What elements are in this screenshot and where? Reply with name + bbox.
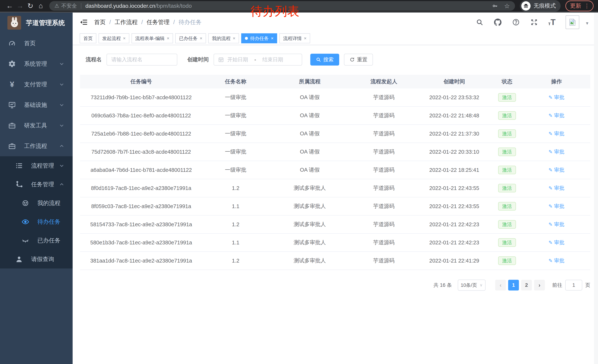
approve-link[interactable]: ✎审批 <box>548 185 565 192</box>
edit-icon: ✎ <box>548 167 553 173</box>
starter-cell: 芋道源码 <box>350 184 417 192</box>
sidebar-item-流程管理[interactable]: 流程管理 <box>0 156 73 175</box>
avatar[interactable] <box>565 15 579 29</box>
page-scrollbar[interactable] <box>594 13 598 364</box>
close-icon[interactable]: × <box>200 36 202 41</box>
breadcrumb-item[interactable]: 任务管理 <box>147 18 169 26</box>
table-row: 069c6a63-7b8a-11ec-8ef0-acde48001122一级审批… <box>80 107 590 125</box>
sidebar-item-请假查询[interactable]: 请假查询 <box>0 250 73 268</box>
edit-icon: ✎ <box>548 113 553 119</box>
create-time-cell: 2022-01-22 23:53:32 <box>417 94 491 101</box>
tab-流程表单-编辑[interactable]: 流程表单-编辑× <box>132 33 173 43</box>
breadcrumb-item[interactable]: 首页 <box>94 18 106 26</box>
sidebar-item-待办任务[interactable]: 待办任务 <box>0 212 73 231</box>
close-icon[interactable]: × <box>123 36 126 41</box>
tab-已办任务[interactable]: 已办任务× <box>175 33 206 43</box>
task-id-cell: 725a1eb6-7b88-11ec-8ef0-acde48001122 <box>80 131 202 137</box>
status-cell: 激活 <box>491 93 523 102</box>
tab-待办任务[interactable]: 待办任务× <box>241 33 277 43</box>
tab-我的流程[interactable]: 我的流程× <box>208 33 239 43</box>
approve-link[interactable]: ✎审批 <box>548 221 565 228</box>
tab-首页[interactable]: 首页 <box>80 33 96 43</box>
process-name-input[interactable]: 请输入流程名 <box>107 54 177 65</box>
sidebar-menu: 首页系统管理¥支付管理基础设施研发工具工作流程流程管理任务管理我的流程待办任务已… <box>0 33 73 268</box>
sidebar-item-label: 系统管理 <box>24 60 47 68</box>
sidebar-item-研发工具[interactable]: 研发工具 <box>0 115 73 136</box>
approve-link[interactable]: ✎审批 <box>548 166 565 173</box>
url-path: /bpm/task/todo <box>155 3 192 9</box>
browser-update-button[interactable]: 更新 ⋮ <box>565 0 594 11</box>
sidebar-item-任务管理[interactable]: 任务管理 <box>0 175 73 194</box>
app-root: ← → ↻ ⌂ ⚠ 不安全 dashboard.yudao.iocoder.cn… <box>0 0 598 364</box>
process-cell: 测试多审批人 <box>269 257 350 264</box>
approve-link[interactable]: ✎审批 <box>548 112 565 119</box>
approve-link[interactable]: ✎审批 <box>548 257 565 264</box>
sidebar-fold-icon[interactable] <box>80 18 88 26</box>
edit-icon: ✎ <box>548 185 553 191</box>
sidebar-item-系统管理[interactable]: 系统管理 <box>0 54 73 74</box>
sidebar-item-label: 工作流程 <box>24 142 47 150</box>
breadcrumb-item[interactable]: 工作流程 <box>115 18 138 26</box>
breadcrumb-separator: / <box>141 19 143 25</box>
reset-button[interactable]: 重置 <box>344 54 373 65</box>
table-row: 75d72608-7b7f-11ec-a3c8-acde48001122一级审批… <box>80 143 590 161</box>
approve-link[interactable]: ✎审批 <box>548 94 565 101</box>
sidebar-item-支付管理[interactable]: ¥支付管理 <box>0 74 73 95</box>
sidebar-item-label: 已办任务 <box>37 237 60 244</box>
sidebar-logo[interactable]: 芋道管理系统 <box>0 13 73 33</box>
forward-icon[interactable]: → <box>15 2 25 10</box>
key-icon[interactable] <box>492 3 498 9</box>
edit-icon: ✎ <box>548 131 553 137</box>
tab-发起流程[interactable]: 发起流程× <box>99 33 129 43</box>
date-range-input[interactable]: 开始日期 - 结束日期 <box>214 54 302 65</box>
close-icon[interactable]: × <box>304 36 307 41</box>
task-id-cell: 73211d9d-7b9b-11ec-b5b7-acde48001122 <box>80 94 202 101</box>
prev-page-button[interactable]: ‹ <box>495 280 506 291</box>
sidebar-item-基础设施[interactable]: 基础设施 <box>0 95 73 115</box>
github-icon[interactable] <box>494 18 502 26</box>
close-icon[interactable]: × <box>167 36 169 41</box>
header-search-icon[interactable] <box>475 18 484 26</box>
starter-cell: 芋道源码 <box>350 166 417 174</box>
column-header: 状态 <box>491 78 523 85</box>
reload-icon[interactable]: ↻ <box>25 2 36 10</box>
approve-link[interactable]: ✎审批 <box>548 239 565 246</box>
close-icon[interactable]: × <box>233 36 235 41</box>
help-icon[interactable] <box>512 18 520 26</box>
sidebar-item-我的流程[interactable]: 我的流程 <box>0 194 73 212</box>
browser-menu-icon[interactable]: ⋮ <box>584 4 590 7</box>
approve-link[interactable]: ✎审批 <box>548 148 565 155</box>
table-row: 8f059c03-7ac8-11ec-a9e2-a2380e71991a1.1测… <box>80 197 590 216</box>
home-icon[interactable]: ⌂ <box>36 2 46 10</box>
breadcrumb-separator: / <box>109 19 111 25</box>
tab-流程详情[interactable]: 流程详情× <box>279 33 310 43</box>
action-cell: ✎审批 <box>523 239 590 246</box>
url-divider <box>81 3 81 9</box>
chevron-down-icon <box>59 163 65 169</box>
back-icon[interactable]: ← <box>4 2 15 10</box>
starter-cell: 芋道源码 <box>350 112 417 119</box>
status-cell: 激活 <box>491 129 523 138</box>
page-button-1[interactable]: 1 <box>508 280 519 291</box>
sidebar-item-已办任务[interactable]: 已办任务 <box>0 231 73 250</box>
font-size-icon[interactable]: тT <box>548 18 556 26</box>
next-page-button[interactable]: › <box>534 280 545 291</box>
approve-link[interactable]: ✎审批 <box>548 203 565 210</box>
action-cell: ✎审批 <box>523 185 590 192</box>
sidebar-item-工作流程[interactable]: 工作流程 <box>0 136 73 156</box>
page-size-select[interactable]: 10条/页 ∨ <box>458 280 486 291</box>
search-button[interactable]: 搜索 <box>310 54 339 65</box>
goto-label: 前往 <box>552 282 562 289</box>
fullscreen-icon[interactable] <box>530 18 538 26</box>
close-icon[interactable]: × <box>271 36 274 41</box>
table-row: 73211d9d-7b9b-11ec-b5b7-acde48001122一级审批… <box>80 89 590 107</box>
approve-link[interactable]: ✎审批 <box>548 130 565 137</box>
avatar-caret-icon[interactable]: ▾ <box>586 20 588 29</box>
bookmark-star-icon[interactable]: ☆ <box>504 3 510 9</box>
task-id-cell: 58154733-7ac8-11ec-a9e2-a2380e71991a <box>80 221 202 227</box>
goto-suffix: 页 <box>585 282 590 289</box>
sidebar-item-首页[interactable]: 首页 <box>0 33 73 54</box>
page-button-2[interactable]: 2 <box>521 280 532 291</box>
goto-page-input[interactable]: 1 <box>565 280 582 291</box>
status-badge: 激活 <box>498 129 516 138</box>
